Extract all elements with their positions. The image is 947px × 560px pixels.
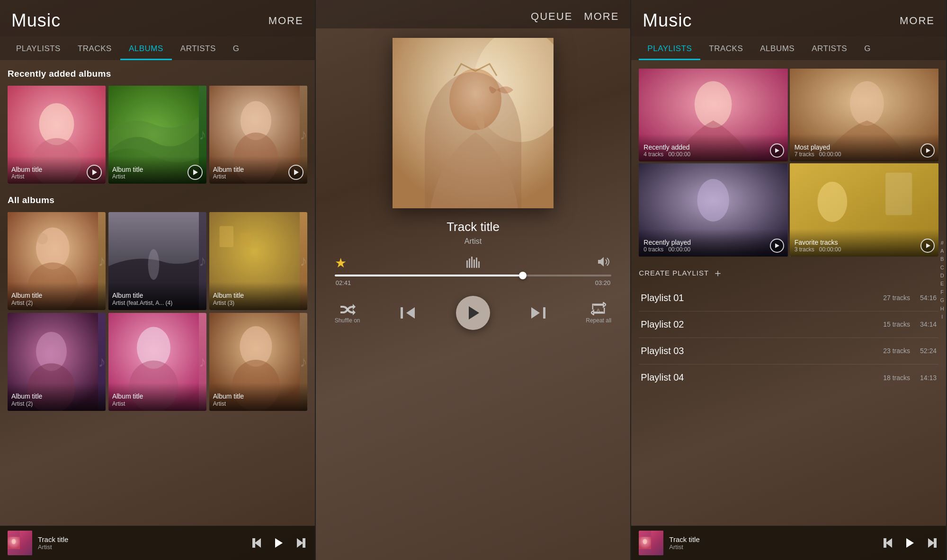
index-hash[interactable]: # bbox=[940, 240, 944, 247]
player-icons: ★ bbox=[330, 246, 616, 275]
index-c[interactable]: C bbox=[940, 264, 944, 271]
shuffle-control[interactable]: Shuffle on bbox=[335, 302, 360, 324]
cover-favorite-name: Favorite tracks bbox=[795, 239, 934, 246]
now-playing-art bbox=[393, 38, 554, 208]
album-2[interactable]: Album title Artist (feat.Artist, A... (4… bbox=[108, 212, 206, 310]
cover-recently-played[interactable]: Recently played 0 tracks 00:00:00 bbox=[639, 163, 787, 256]
player-more-button[interactable]: MORE bbox=[584, 10, 619, 23]
track-title: Track title bbox=[330, 220, 616, 234]
recent-album-3[interactable]: Album title Artist bbox=[209, 86, 307, 184]
recent-album-3-play[interactable] bbox=[288, 165, 304, 180]
svg-rect-34 bbox=[466, 260, 468, 268]
repeat-label: Repeat all bbox=[586, 317, 611, 324]
tab-tracks-3[interactable]: TRACKS bbox=[700, 36, 751, 60]
tab-artists[interactable]: ARTISTS bbox=[172, 36, 224, 60]
album-4[interactable]: Album title Artist (2) bbox=[8, 313, 106, 411]
tab-playlists[interactable]: PLAYLISTS bbox=[8, 36, 69, 60]
recent-album-1-play[interactable] bbox=[87, 165, 102, 180]
equalizer-icon[interactable] bbox=[465, 256, 480, 271]
recent-album-2[interactable]: Album title Artist bbox=[108, 86, 206, 184]
player-controls: Shuffle on A bbox=[330, 286, 616, 338]
play-main-control[interactable] bbox=[456, 296, 490, 330]
album-3[interactable]: Album title Artist (3) bbox=[209, 212, 307, 310]
recent-album-1[interactable]: Album title Artist bbox=[8, 86, 106, 184]
playlist-item-02[interactable]: Playlist 02 15 tracks 34:14 bbox=[639, 311, 938, 338]
album-5[interactable]: Album title Artist bbox=[108, 313, 206, 411]
mini-next-3[interactable] bbox=[925, 536, 938, 550]
album-1-info: Album title Artist (2) bbox=[8, 282, 106, 310]
cover-favorite-play[interactable] bbox=[920, 239, 935, 253]
progress-knob[interactable] bbox=[519, 272, 527, 279]
mini-next-1[interactable] bbox=[294, 536, 307, 550]
panel3-mini-player[interactable]: Track title Artist bbox=[631, 525, 946, 560]
album-6[interactable]: Album title Artist bbox=[209, 313, 307, 411]
playlists-panel: Music MORE PLAYLISTS TRACKS ALBUMS ARTIS… bbox=[631, 0, 947, 560]
playlists-title: Music bbox=[643, 10, 692, 31]
index-g[interactable]: G bbox=[940, 297, 944, 304]
album-3-title: Album title bbox=[213, 292, 304, 300]
index-b[interactable]: B bbox=[940, 256, 944, 263]
queue-button[interactable]: QUEUE bbox=[531, 10, 572, 23]
svg-point-51 bbox=[697, 179, 729, 222]
index-f[interactable]: F bbox=[940, 289, 944, 296]
svg-point-26 bbox=[12, 539, 16, 544]
playlist-item-03[interactable]: Playlist 03 23 tracks 52:24 bbox=[639, 338, 938, 364]
album-6-info: Album title Artist bbox=[209, 383, 307, 410]
repeat-control[interactable]: A Repeat all bbox=[586, 302, 611, 324]
playlist-04-name: Playlist 04 bbox=[641, 372, 883, 383]
svg-rect-53 bbox=[885, 173, 912, 215]
playlist-item-04-partial[interactable]: Playlist 04 18 tracks 14:13 bbox=[639, 364, 938, 383]
cover-most-played[interactable]: Most played 7 tracks 00:00:00 bbox=[790, 69, 938, 161]
svg-point-54 bbox=[817, 182, 847, 222]
svg-marker-41 bbox=[406, 307, 415, 319]
cover-recently-played-play[interactable] bbox=[770, 239, 784, 253]
cover-recently-added-play[interactable] bbox=[770, 143, 784, 158]
mini-play-3[interactable] bbox=[903, 536, 917, 550]
album-1[interactable]: Album title Artist (2) bbox=[8, 212, 106, 310]
index-d[interactable]: D bbox=[940, 272, 944, 279]
mini-controls-1 bbox=[250, 536, 307, 550]
index-a[interactable]: A bbox=[940, 248, 944, 255]
player-content: Track title Artist ★ bbox=[316, 28, 631, 560]
volume-icon[interactable] bbox=[598, 256, 611, 270]
album-6-title: Album title bbox=[213, 392, 304, 400]
tab-artists-3[interactable]: ARTISTS bbox=[803, 36, 856, 60]
progress-bar[interactable] bbox=[335, 275, 612, 276]
mini-track-3: Track title bbox=[669, 535, 876, 543]
index-e[interactable]: E bbox=[940, 281, 944, 288]
mini-thumb-1 bbox=[8, 531, 32, 555]
create-playlist-button[interactable]: CREATE PLAYLIST ＋ bbox=[639, 266, 938, 280]
svg-marker-40 bbox=[598, 257, 604, 267]
playlist-03-tracks: 23 tracks bbox=[883, 347, 910, 355]
tab-albums[interactable]: ALBUMS bbox=[120, 36, 172, 60]
cover-favorite-tracks[interactable]: Favorite tracks 3 tracks 00:00:00 bbox=[790, 163, 938, 256]
mini-prev-1[interactable] bbox=[250, 536, 264, 550]
album-2-info: Album title Artist (feat.Artist, A... (4… bbox=[108, 282, 206, 310]
index-i[interactable]: I bbox=[940, 313, 944, 320]
panel1-mini-player[interactable]: Track title Artist bbox=[0, 525, 315, 560]
tab-genre[interactable]: G bbox=[224, 36, 248, 60]
tab-tracks[interactable]: TRACKS bbox=[69, 36, 120, 60]
index-bar: # A B C D E F G H I bbox=[938, 238, 946, 323]
cover-recently-added[interactable]: Recently added 4 tracks 00:00:00 bbox=[639, 69, 787, 161]
albums-more-button[interactable]: MORE bbox=[268, 15, 304, 27]
playlist-item-01[interactable]: Playlist 01 27 tracks 54:16 bbox=[639, 285, 938, 311]
playlist-04-duration: 14:13 bbox=[916, 374, 937, 382]
tab-genre-3[interactable]: G bbox=[856, 36, 879, 60]
tab-albums-3[interactable]: ALBUMS bbox=[751, 36, 803, 60]
player-header: QUEUE MORE bbox=[316, 0, 631, 28]
prev-control[interactable] bbox=[401, 306, 416, 320]
mini-prev-3[interactable] bbox=[882, 536, 895, 550]
playlists-more-button[interactable]: MORE bbox=[900, 15, 935, 27]
svg-rect-38 bbox=[476, 258, 477, 268]
mini-play-1[interactable] bbox=[272, 536, 286, 550]
favorite-icon[interactable]: ★ bbox=[335, 255, 347, 271]
album-5-info: Album title Artist bbox=[108, 383, 206, 410]
shuffle-label: Shuffle on bbox=[335, 317, 360, 324]
index-h[interactable]: H bbox=[940, 305, 944, 312]
tab-playlists-3[interactable]: PLAYLISTS bbox=[639, 36, 700, 60]
svg-rect-14 bbox=[219, 226, 233, 247]
next-control[interactable] bbox=[530, 306, 545, 320]
recent-album-2-play[interactable] bbox=[188, 165, 203, 180]
time-labels: 02:41 03:20 bbox=[335, 279, 612, 286]
